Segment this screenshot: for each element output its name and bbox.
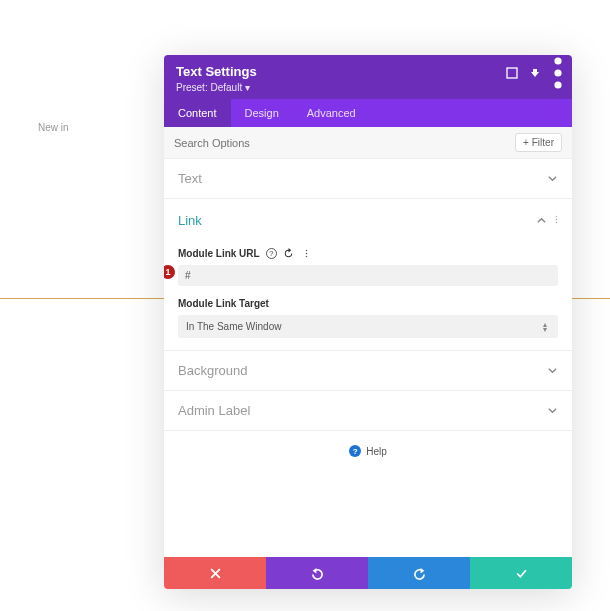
tab-advanced[interactable]: Advanced bbox=[293, 99, 370, 127]
field-link-url: Module Link URL ? 1 bbox=[178, 247, 558, 286]
step-badge: 1 bbox=[164, 265, 175, 279]
preset-label: Preset: bbox=[176, 82, 208, 93]
settings-modal: Text Settings Preset: Default ▾ Content … bbox=[164, 55, 572, 589]
tab-design[interactable]: Design bbox=[231, 99, 293, 127]
reset-icon[interactable] bbox=[283, 247, 295, 259]
cancel-button[interactable] bbox=[164, 557, 266, 589]
section-text-head[interactable]: Text bbox=[164, 159, 572, 198]
modal-body: Text Link Module Link URL ? bbox=[164, 159, 572, 557]
svg-point-9 bbox=[306, 255, 308, 257]
filter-label: Filter bbox=[532, 137, 554, 148]
link-url-label: Module Link URL bbox=[178, 248, 260, 259]
section-admin-label: Admin Label bbox=[164, 391, 572, 431]
help-row[interactable]: ? Help bbox=[164, 431, 572, 471]
chevron-down-icon bbox=[547, 405, 558, 416]
svg-point-2 bbox=[554, 69, 561, 76]
preset-value: Default bbox=[210, 82, 242, 93]
help-icon[interactable]: ? bbox=[266, 248, 277, 259]
search-row: +Filter bbox=[164, 127, 572, 159]
help-text: Help bbox=[366, 446, 387, 457]
svg-point-1 bbox=[554, 57, 561, 64]
field-link-target: Module Link Target In The Same Window ▴▾ bbox=[178, 298, 558, 338]
section-admin-head[interactable]: Admin Label bbox=[164, 391, 572, 430]
section-link-head[interactable]: Link bbox=[164, 199, 572, 241]
page-background-text: New in bbox=[38, 122, 69, 133]
section-link: Link Module Link URL ? 1 bbox=[164, 199, 572, 351]
chevron-down-icon: ▾ bbox=[245, 82, 250, 93]
field-menu-icon[interactable] bbox=[301, 247, 313, 259]
undo-button[interactable] bbox=[266, 557, 368, 589]
preset-row[interactable]: Preset: Default ▾ bbox=[176, 82, 560, 93]
svg-point-5 bbox=[556, 219, 558, 221]
modal-title: Text Settings bbox=[176, 64, 560, 79]
svg-point-6 bbox=[556, 222, 558, 224]
section-background-head[interactable]: Background bbox=[164, 351, 572, 390]
section-text: Text bbox=[164, 159, 572, 199]
help-badge-icon: ? bbox=[349, 445, 361, 457]
menu-icon[interactable] bbox=[552, 67, 564, 79]
section-background-title: Background bbox=[178, 363, 547, 378]
link-target-label: Module Link Target bbox=[178, 298, 558, 309]
modal-header: Text Settings Preset: Default ▾ bbox=[164, 55, 572, 99]
link-target-value: In The Same Window bbox=[186, 321, 543, 332]
expand-icon[interactable] bbox=[506, 67, 518, 79]
chevron-down-icon bbox=[547, 365, 558, 376]
tabs: Content Design Advanced bbox=[164, 99, 572, 127]
updown-icon: ▴▾ bbox=[543, 322, 550, 332]
svg-point-4 bbox=[556, 216, 558, 218]
search-input[interactable] bbox=[174, 137, 515, 149]
section-text-title: Text bbox=[178, 171, 547, 186]
redo-button[interactable] bbox=[368, 557, 470, 589]
section-background: Background bbox=[164, 351, 572, 391]
filter-button[interactable]: +Filter bbox=[515, 133, 562, 152]
section-link-body: Module Link URL ? 1 Module Link Target I… bbox=[164, 247, 572, 350]
portability-icon[interactable] bbox=[529, 67, 541, 79]
plus-icon: + bbox=[523, 137, 529, 148]
svg-point-3 bbox=[554, 81, 561, 88]
section-link-title: Link bbox=[178, 213, 536, 228]
save-button[interactable] bbox=[470, 557, 572, 589]
chevron-down-icon bbox=[547, 173, 558, 184]
section-menu-icon[interactable] bbox=[555, 211, 558, 229]
svg-point-8 bbox=[306, 252, 308, 254]
svg-rect-0 bbox=[507, 68, 517, 78]
section-admin-title: Admin Label bbox=[178, 403, 547, 418]
chevron-up-icon bbox=[536, 215, 547, 226]
link-target-select[interactable]: In The Same Window ▴▾ bbox=[178, 315, 558, 338]
svg-point-7 bbox=[306, 249, 308, 251]
modal-footer bbox=[164, 557, 572, 589]
link-url-input[interactable] bbox=[178, 265, 558, 286]
tab-content[interactable]: Content bbox=[164, 99, 231, 127]
